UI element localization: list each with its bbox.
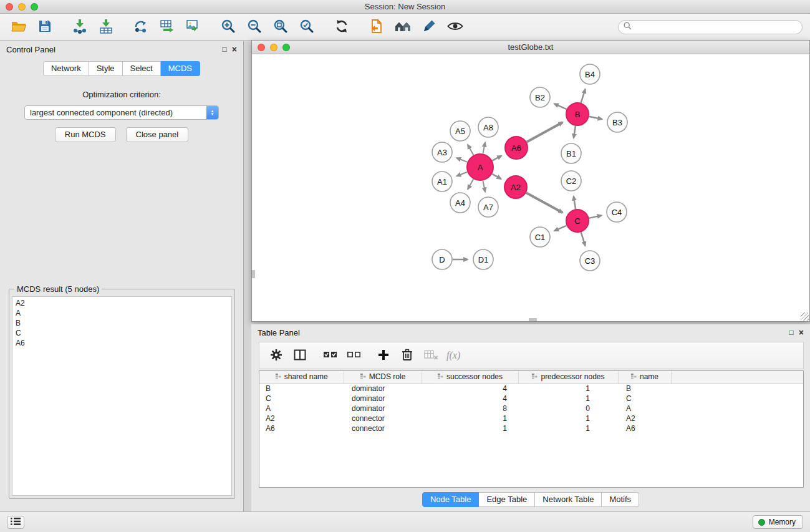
- tab-motifs[interactable]: Motifs: [602, 492, 639, 507]
- search-input[interactable]: [635, 22, 797, 31]
- node-C[interactable]: C: [566, 210, 589, 232]
- node-A8[interactable]: A8: [478, 117, 498, 137]
- zoom-fit-button[interactable]: [269, 16, 292, 37]
- node-A3[interactable]: A3: [432, 142, 452, 162]
- show-hide-button[interactable]: [444, 16, 466, 37]
- node-A1[interactable]: A1: [432, 172, 452, 191]
- clone-network-button[interactable]: [130, 16, 152, 37]
- save-session-button[interactable]: [34, 16, 56, 37]
- edge-A-A3[interactable]: [456, 158, 467, 162]
- tab-network-table[interactable]: Network Table: [535, 492, 602, 507]
- node-A[interactable]: A: [467, 154, 493, 180]
- horizontal-scrollbar-thumb[interactable]: [529, 318, 537, 321]
- edge-A-A7[interactable]: [483, 181, 485, 192]
- edge-C-C4[interactable]: [589, 215, 602, 218]
- node-B1[interactable]: B1: [561, 143, 581, 163]
- node-B4[interactable]: B4: [580, 64, 600, 84]
- select-all-button[interactable]: [319, 346, 340, 365]
- import-network-button[interactable]: [69, 16, 91, 37]
- tab-node-table[interactable]: Node Table: [422, 492, 480, 507]
- result-item[interactable]: A6: [12, 338, 231, 348]
- float-panel-icon[interactable]: □: [223, 46, 227, 53]
- table-row[interactable]: Cdominator41C: [259, 394, 803, 404]
- apply-layout-button[interactable]: [330, 16, 353, 37]
- node-A4[interactable]: A4: [450, 193, 470, 213]
- edge-A-A8[interactable]: [483, 143, 485, 154]
- result-item[interactable]: A2: [12, 298, 231, 308]
- table-row[interactable]: A6connector11A6: [259, 423, 803, 433]
- edge-A-A6[interactable]: [492, 156, 501, 161]
- tab-select[interactable]: Select: [123, 61, 161, 76]
- edge-A6-B[interactable]: [527, 122, 563, 142]
- column-header-successor-nodes[interactable]: successor nodes: [422, 371, 518, 384]
- resize-grip[interactable]: [801, 312, 809, 321]
- edge-B-B3[interactable]: [589, 117, 602, 119]
- run-mcds-button[interactable]: Run MCDS: [55, 127, 116, 142]
- result-item[interactable]: A: [12, 308, 231, 318]
- network-minimize-icon[interactable]: [270, 44, 277, 51]
- edge-C-C1[interactable]: [554, 226, 567, 231]
- result-item[interactable]: C: [12, 328, 231, 338]
- column-header-name[interactable]: name: [618, 371, 671, 384]
- zoom-out-button[interactable]: [243, 16, 266, 37]
- export-network-button[interactable]: [365, 16, 388, 37]
- import-table-button[interactable]: [95, 16, 117, 37]
- edge-B-B1[interactable]: [574, 126, 576, 138]
- node-B2[interactable]: B2: [530, 87, 550, 107]
- node-A5[interactable]: A5: [450, 121, 470, 141]
- unselect-all-button[interactable]: [343, 346, 364, 365]
- optimization-criterion-dropdown[interactable]: largest connected component (directed) ▲…: [24, 105, 219, 120]
- task-history-button[interactable]: [7, 516, 24, 529]
- close-window-icon[interactable]: [6, 3, 13, 11]
- function-builder-button[interactable]: f(x): [446, 350, 460, 361]
- table-float-panel-icon[interactable]: □: [789, 329, 794, 336]
- edge-C-C3[interactable]: [581, 232, 586, 246]
- node-C3[interactable]: C3: [580, 251, 600, 271]
- search-field[interactable]: [618, 20, 803, 34]
- node-A7[interactable]: A7: [478, 197, 498, 217]
- zoom-selected-button[interactable]: [296, 16, 318, 37]
- export-image-button[interactable]: [182, 16, 205, 37]
- mcds-result-list[interactable]: A2ABCA6: [12, 296, 232, 496]
- column-header-shared-name[interactable]: shared name: [259, 371, 344, 384]
- network-zoom-icon[interactable]: [282, 44, 290, 51]
- table-settings-button[interactable]: [266, 346, 287, 365]
- tab-mcds[interactable]: MCDS: [161, 61, 200, 76]
- table-row[interactable]: Adominator80A: [259, 404, 803, 414]
- edge-B-B2[interactable]: [554, 104, 567, 109]
- new-network-from-table-button[interactable]: [156, 16, 178, 37]
- node-C1[interactable]: C1: [530, 227, 550, 247]
- network-close-icon[interactable]: [258, 44, 265, 51]
- table-row[interactable]: Bdominator41B: [259, 384, 803, 394]
- node-A6[interactable]: A6: [505, 137, 528, 159]
- edge-C-C2[interactable]: [574, 196, 576, 210]
- zoom-window-icon[interactable]: [31, 3, 38, 11]
- table-close-panel-icon[interactable]: ×: [799, 328, 804, 337]
- annotation-button[interactable]: [418, 16, 440, 37]
- minimize-window-icon[interactable]: [18, 3, 26, 11]
- delete-row-button[interactable]: [397, 346, 418, 365]
- zoom-in-button[interactable]: [217, 16, 239, 37]
- first-neighbors-button[interactable]: [392, 16, 414, 37]
- network-canvas[interactable]: B4B2BB3A5A8A6B1A3AC2A1A2A4A7C4CC1C3DD1: [252, 54, 809, 321]
- close-panel-icon[interactable]: ×: [232, 45, 237, 54]
- column-header-predecessor-nodes[interactable]: predecessor nodes: [518, 371, 618, 384]
- add-row-button[interactable]: [373, 346, 394, 365]
- node-D1[interactable]: D1: [473, 249, 493, 269]
- column-header-MCDS-role[interactable]: MCDS role: [344, 371, 422, 384]
- edge-A-A2[interactable]: [492, 174, 501, 179]
- edge-A-A5[interactable]: [468, 145, 473, 155]
- node-C2[interactable]: C2: [561, 171, 581, 191]
- vertical-scrollbar-thumb[interactable]: [252, 270, 255, 278]
- tab-edge-table[interactable]: Edge Table: [479, 492, 535, 507]
- edge-B-B4[interactable]: [581, 89, 586, 103]
- node-D[interactable]: D: [432, 249, 452, 269]
- table-row[interactable]: A2connector11A2: [259, 414, 803, 423]
- node-B[interactable]: B: [566, 103, 589, 125]
- node-C4[interactable]: C4: [607, 202, 627, 222]
- edge-A-A1[interactable]: [456, 172, 467, 176]
- node-A2[interactable]: A2: [504, 176, 527, 198]
- close-panel-button[interactable]: Close panel: [126, 127, 189, 142]
- edge-A-A4[interactable]: [468, 179, 473, 189]
- memory-button[interactable]: Memory: [753, 515, 803, 529]
